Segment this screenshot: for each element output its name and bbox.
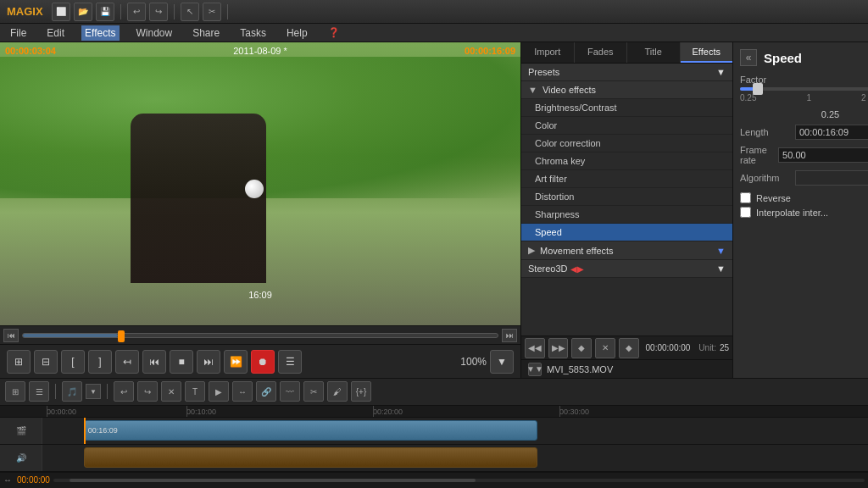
tl-add-track-btn[interactable]: 🎵 [62, 381, 82, 402]
menu-tasks[interactable]: Tasks [236, 25, 270, 41]
presets-header[interactable]: Presets ▼ [521, 64, 732, 81]
factor-slider-thumb[interactable] [753, 83, 763, 95]
speed-dropdown-btn[interactable]: ▼ [490, 350, 514, 374]
tl-paint-btn[interactable]: 🖌 [327, 381, 348, 402]
transport-record-btn[interactable]: ⏺ [251, 350, 275, 374]
effect-chroma-key[interactable]: Chroma key [521, 152, 732, 170]
algorithm-label: Algorithm [740, 173, 788, 183]
preview-ratio: 16:09 [248, 290, 272, 300]
tab-title[interactable]: Title [627, 42, 681, 63]
titlebar: MAGIX ⬜ 📂 💾 ↩ ↪ ↖ ✂ [0, 0, 868, 24]
open-icon[interactable]: 📂 [74, 3, 92, 21]
cursor-icon[interactable]: ↖ [181, 3, 199, 21]
stereo3d-header[interactable]: Stereo3D ◀▶ ▼ [521, 260, 732, 278]
timeline-nav-right[interactable]: ▶▶ [548, 338, 569, 358]
timeline-status-bar: ↔ 00:00:00 [0, 472, 868, 488]
transport-tracks-icon[interactable]: ⊞ [7, 350, 31, 374]
timeline-nav-diamond2[interactable]: ◆ [619, 338, 639, 358]
transport-in-icon[interactable]: [ [61, 350, 85, 374]
tl-redo-btn[interactable]: ↪ [137, 381, 158, 402]
tl-transition-btn[interactable]: ↔ [232, 381, 253, 402]
tl-wave-btn[interactable]: 〰 [280, 381, 300, 402]
timeline-nav-left[interactable]: ◀◀ [525, 338, 545, 358]
scene-ball [245, 180, 264, 198]
menu-effects[interactable]: Effects [81, 25, 119, 41]
transport-menu-icon[interactable]: ☰ [278, 350, 302, 374]
video-track-content[interactable]: 00:16:09 [42, 418, 868, 444]
menu-share[interactable]: Share [189, 25, 223, 41]
effect-color-correction[interactable]: Color correction [521, 135, 732, 152]
stereo3d-label: Stereo3D [528, 263, 567, 274]
effects-list[interactable]: ▼ Video effects Brightness/Contrast Colo… [521, 81, 732, 336]
menu-file[interactable]: File [7, 25, 30, 41]
frame-rate-row: Frame rate ▼ [740, 145, 868, 165]
tl-special-btn[interactable]: {+} [351, 381, 371, 402]
tl-title-btn[interactable]: ▶ [209, 381, 229, 402]
transport-controls: ⊞ ⊟ [ ] ↤ ⏮ ■ ⏭ ⏩ ⏺ ☰ 100% ▼ [0, 344, 520, 378]
timeline-ruler: 00:00:00 00:10:00 00:20:00 00:30:00 [0, 406, 868, 418]
reverse-checkbox[interactable] [740, 192, 751, 203]
tl-add-dropdown[interactable]: ▼ [86, 384, 101, 399]
length-label: Length [740, 127, 788, 137]
new-icon[interactable]: ⬜ [52, 3, 70, 21]
back-button[interactable]: « [740, 49, 757, 66]
transport-trim-icon[interactable]: ↤ [115, 350, 139, 374]
date-stamp: 2011-08-09 * [233, 46, 287, 56]
video-clip[interactable]: 00:16:09 [84, 420, 538, 441]
transport-stop-icon[interactable]: ■ [170, 350, 193, 374]
tl-list-btn[interactable]: ☰ [29, 381, 49, 402]
tab-import[interactable]: Import [521, 42, 575, 63]
tl-undo-btn[interactable]: ↩ [114, 381, 134, 402]
length-input[interactable] [795, 125, 868, 140]
effect-speed[interactable]: Speed [521, 224, 732, 241]
scrubber-track[interactable] [22, 333, 498, 338]
menu-help[interactable]: Help [283, 25, 311, 41]
video-effects-header[interactable]: ▼ Video effects [521, 81, 732, 99]
algorithm-input[interactable] [795, 170, 868, 186]
transport-split-icon[interactable]: ⊟ [34, 350, 58, 374]
tl-text-btn[interactable]: T [185, 381, 205, 402]
factor-slider-track[interactable] [740, 87, 868, 91]
scrubber-thumb[interactable] [118, 330, 125, 342]
timecode-topleft: 00:00:03:04 [5, 46, 56, 56]
timeline-tracks: 🎬 00:16:09 🔊 [0, 418, 868, 472]
save-icon[interactable]: 💾 [96, 3, 114, 21]
tl-cut-btn[interactable]: ✂ [303, 381, 324, 402]
cut-icon[interactable]: ✂ [203, 3, 221, 21]
audio-track-content[interactable] [42, 445, 868, 471]
undo-icon[interactable]: ↩ [127, 3, 146, 21]
factor-slider-container: 0.25 1 2 3 [740, 87, 868, 103]
transport-out-icon[interactable]: ] [88, 350, 112, 374]
scrub-end-btn[interactable]: ⏭ [502, 329, 517, 342]
scrub-start-btn[interactable]: ⏮ [3, 329, 19, 342]
tl-link-btn[interactable]: 🔗 [256, 381, 276, 402]
timeline-scrollbar-thumb[interactable] [70, 479, 476, 482]
speed-panel-title: Speed [764, 51, 802, 65]
tab-fades[interactable]: Fades [575, 42, 628, 63]
audio-clip[interactable] [84, 447, 538, 468]
effect-distortion[interactable]: Distortion [521, 188, 732, 206]
interpolate-checkbox[interactable] [740, 207, 751, 218]
movement-effects-header[interactable]: ▶ Movement effects ▼ [521, 241, 732, 260]
menu-edit[interactable]: Edit [43, 25, 68, 41]
effect-art-filter[interactable]: Art filter [521, 170, 732, 188]
timeline-nav-diamond[interactable]: ◆ [571, 338, 592, 358]
transport-next-icon[interactable]: ⏭ [197, 350, 220, 374]
transport-prev-icon[interactable]: ⏮ [142, 350, 166, 374]
factor-value: 0.25 [740, 109, 868, 119]
effect-sharpness[interactable]: Sharpness [521, 206, 732, 224]
menu-window[interactable]: Window [133, 25, 176, 41]
tl-sep1 [55, 384, 56, 399]
effect-color[interactable]: Color [521, 117, 732, 135]
tl-delete-btn[interactable]: ✕ [161, 381, 181, 402]
redo-icon[interactable]: ↪ [149, 3, 168, 21]
tab-effects[interactable]: Effects [681, 42, 733, 63]
movement-effects-indicator: ▼ [716, 246, 726, 256]
transport-ff-icon[interactable]: ⏩ [224, 350, 248, 374]
expand-icon[interactable]: ▼▼ [528, 363, 542, 376]
tl-tracks-btn[interactable]: ⊞ [5, 381, 25, 402]
timeline-nav-x[interactable]: ✕ [595, 338, 615, 358]
effect-brightness[interactable]: Brightness/Contrast [521, 99, 732, 117]
frame-rate-input[interactable] [778, 147, 868, 163]
timeline-scrollbar[interactable] [53, 479, 865, 482]
